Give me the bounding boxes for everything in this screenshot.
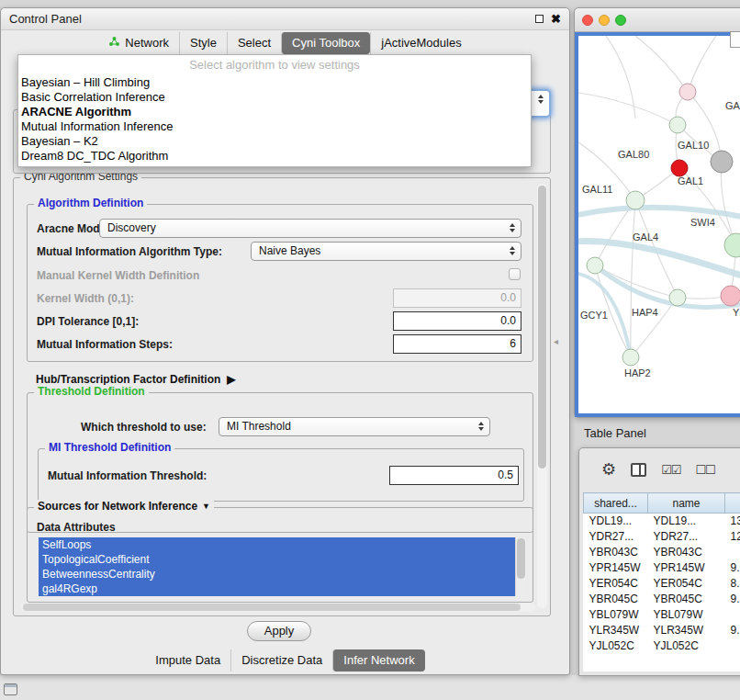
network-window-titlebar[interactable] xyxy=(575,8,740,32)
network-canvas[interactable]: GALGAL80GAL10GAL11GAL1SWI4GAL4GCY1HAP4HA… xyxy=(575,32,740,417)
tab-impute-data[interactable]: Impute Data xyxy=(145,649,230,672)
table-row[interactable]: YDL19...YDL19...13 xyxy=(584,514,740,529)
tab-label: Infer Network xyxy=(343,653,414,668)
table-cell: YDL19... xyxy=(584,514,648,529)
settings-horizontal-scrollbar-thumb[interactable] xyxy=(23,604,521,611)
hub-section-label: Hub/Transcription Factor Definition xyxy=(36,373,220,386)
node-label-gal10: GAL10 xyxy=(678,140,709,151)
select-all-columns-icon[interactable]: ☑☑ xyxy=(661,463,680,477)
network-edge-highlighted[interactable] xyxy=(578,208,740,221)
kernel-width-field: 0.0 xyxy=(393,288,521,308)
column-header-name[interactable]: name xyxy=(648,493,725,514)
table-row[interactable]: YPR145WYPR145W9. xyxy=(584,560,740,576)
control-panel-titlebar[interactable]: Control Panel ✖ xyxy=(1,8,569,30)
float-window-icon[interactable] xyxy=(535,15,544,23)
minimize-traffic-light-icon[interactable] xyxy=(599,15,610,26)
attribute-item-gal4rgexp[interactable]: gal4RGexp xyxy=(39,581,515,596)
table-row[interactable]: YBR045CYBR045C9. xyxy=(584,592,740,607)
table-row[interactable]: YJL052CYJL052C xyxy=(584,638,740,654)
close-icon[interactable]: ✖ xyxy=(551,13,561,25)
list-scrollbar-thumb[interactable] xyxy=(517,538,525,579)
tab-infer-network[interactable]: Infer Network xyxy=(332,649,424,672)
tab-network[interactable]: Network xyxy=(98,32,179,54)
network-edge[interactable] xyxy=(578,93,678,125)
tab-select[interactable]: Select xyxy=(227,32,281,54)
settings-vertical-scrollbar[interactable] xyxy=(537,184,547,608)
node-green-4[interactable] xyxy=(669,289,686,306)
node-green-5[interactable] xyxy=(622,349,639,366)
table-row[interactable]: YER054CYER054C8. xyxy=(584,576,740,592)
settings-horizontal-scrollbar[interactable] xyxy=(21,603,535,612)
table-row[interactable]: YBL079WYBL079W xyxy=(584,607,740,623)
attribute-item-topologicalcoefficient[interactable]: TopologicalCoefficient xyxy=(39,552,515,567)
dpi-tolerance-field[interactable]: 0.0 xyxy=(393,311,521,331)
network-edge-highlighted[interactable] xyxy=(595,265,740,307)
sources-group-toggle[interactable]: Sources for Network Inference ▼ xyxy=(34,500,214,513)
window-title: Control Panel xyxy=(9,12,82,26)
manual-kernel-checkbox[interactable] xyxy=(509,268,521,280)
desktop: Control Panel ✖ NetworkStyleSelectCyni T… xyxy=(0,0,740,700)
node-label-gal80: GAL80 xyxy=(618,149,649,160)
table-row[interactable]: YBR043CYBR043C xyxy=(584,545,740,560)
node-pink-top[interactable] xyxy=(679,84,696,100)
dropdown-option-mutual-information-inference[interactable]: Mutual Information Inference xyxy=(18,119,531,134)
aracne-mode-combobox[interactable]: Discovery xyxy=(99,219,521,238)
which-threshold-combobox[interactable]: MI Threshold xyxy=(219,417,490,436)
node-green-3[interactable] xyxy=(587,257,603,274)
zoom-traffic-light-icon[interactable] xyxy=(615,15,626,26)
list-scrollbar[interactable] xyxy=(515,537,526,596)
node-red[interactable] xyxy=(671,160,688,176)
tab-label: Cyni Toolbox xyxy=(292,36,360,51)
mi-threshold-field[interactable]: 0.5 xyxy=(389,466,519,485)
table-header-row: shared... name xyxy=(584,493,740,514)
minimized-window-icon[interactable] xyxy=(4,683,17,695)
combo-value: Naive Bayes xyxy=(259,244,320,257)
node-green-1[interactable] xyxy=(669,117,686,133)
node-green-large[interactable] xyxy=(724,233,740,257)
network-edge[interactable] xyxy=(688,36,716,92)
tab-style[interactable]: Style xyxy=(179,32,227,54)
mi-steps-field[interactable]: 6 xyxy=(393,334,521,354)
table-cell xyxy=(725,545,740,560)
node-green-2[interactable] xyxy=(626,191,645,209)
apply-button[interactable]: Apply xyxy=(247,621,311,641)
column-header-shared-name[interactable]: shared... xyxy=(584,493,648,514)
mi-algorithm-type-combobox[interactable]: Naive Bayes xyxy=(251,242,521,261)
panel-divider-arrow[interactable]: ◂ xyxy=(554,336,558,346)
tab-cyni-toolbox[interactable]: Cyni Toolbox xyxy=(281,32,370,54)
tab-jactivemodules[interactable]: jActiveModules xyxy=(370,32,471,54)
dropdown-option-bayesian-hill-climbing[interactable]: Bayesian – Hill Climbing xyxy=(18,75,531,90)
dropdown-option-aracne-algorithm[interactable]: ARACNE Algorithm xyxy=(18,105,531,119)
settings-vertical-scrollbar-thumb[interactable] xyxy=(538,186,546,469)
dropdown-option-dream8-dc-tdc-algorithm[interactable]: Dream8 DC_TDC Algorithm xyxy=(18,149,531,164)
attribute-item-selfloops[interactable]: SelfLoops xyxy=(39,537,515,552)
table-row[interactable]: YDR27...YDR27...12 xyxy=(584,529,740,545)
attribute-item-betweennesscentrality[interactable]: BetweennessCentrality xyxy=(39,567,515,581)
network-edge[interactable] xyxy=(606,36,635,119)
settings-gear-icon[interactable]: ⚙ xyxy=(601,459,616,480)
column-header-extra[interactable] xyxy=(725,493,740,514)
data-attributes-list: SelfLoopsTopologicalCoefficientBetweenne… xyxy=(39,537,526,596)
network-edge[interactable] xyxy=(631,200,635,357)
close-traffic-light-icon[interactable] xyxy=(582,15,593,26)
cyni-settings-group: Cyni Algorithm Settings Algorithm Defini… xyxy=(13,177,551,616)
network-edge[interactable] xyxy=(688,92,722,162)
node-gray[interactable] xyxy=(711,151,733,173)
network-edge[interactable] xyxy=(721,162,736,245)
birdseye-box xyxy=(730,31,740,48)
node-pink-right[interactable] xyxy=(721,286,740,306)
table-row[interactable]: YLR345WYLR345W9. xyxy=(584,623,740,638)
hub-section-toggle[interactable]: Hub/Transcription Factor Definition ▶ xyxy=(36,373,236,386)
table-cell: 9. xyxy=(725,623,740,638)
tab-discretize-data[interactable]: Discretize Data xyxy=(230,649,332,672)
table-cell: YBL079W xyxy=(648,607,725,623)
algorithm-definition-group: Algorithm Definition Aracne Mode: Discov… xyxy=(27,204,533,362)
show-columns-icon[interactable] xyxy=(631,463,646,477)
dropdown-option-bayesian-k2[interactable]: Bayesian – K2 xyxy=(18,134,531,149)
dropdown-option-basic-correlation-inference[interactable]: Basic Correlation Inference xyxy=(18,90,531,105)
deselect-all-columns-icon[interactable]: ☐☐ xyxy=(695,463,714,477)
network-edge[interactable] xyxy=(635,36,688,92)
table-cell: YDR27... xyxy=(648,529,725,545)
table-cell: 9. xyxy=(725,560,740,576)
tab-label: Discretize Data xyxy=(241,653,322,668)
